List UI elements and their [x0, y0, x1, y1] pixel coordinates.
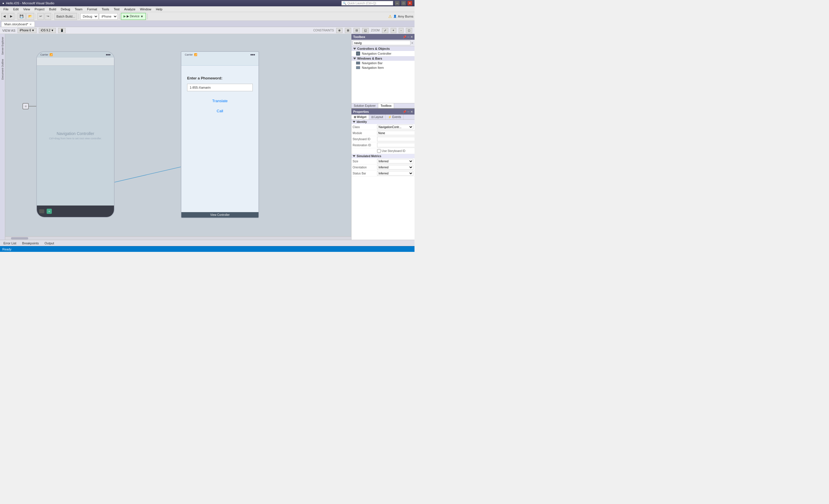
vc-carrier-text: Carrier — [185, 53, 193, 56]
menu-help[interactable]: Help — [153, 6, 165, 12]
zoom-in-button[interactable]: + — [391, 28, 396, 33]
orientation-dropdown[interactable]: Inferred — [377, 165, 413, 170]
menu-edit[interactable]: Edit — [11, 6, 21, 12]
menu-format[interactable]: Format — [85, 6, 99, 12]
controllers-objects-section[interactable]: Controllers & Objects — [352, 46, 414, 51]
iphone-selector[interactable]: iPhone 6 ▼ — [17, 28, 36, 33]
carrier-text: Carrier — [40, 53, 48, 56]
canvas-area[interactable]: ⊟ Carrier 📶 ■■■ Navigation Controller Ct… — [5, 34, 351, 240]
properties-section: Properties 📌 ─ ✕ ⊞ Widget ⊟ Layout — [352, 109, 414, 240]
module-input[interactable] — [377, 131, 414, 135]
use-storyboard-checkbox[interactable] — [377, 149, 381, 153]
config-dropdown[interactable]: Debug — [80, 13, 99, 20]
menu-view[interactable]: View — [21, 6, 33, 12]
windows-bars-section[interactable]: Windows & Bars — [352, 56, 414, 61]
events-tab[interactable]: ⚡ Events — [386, 114, 403, 119]
navigation-item-item[interactable]: Navigation Item — [352, 65, 414, 70]
prop-pin-button[interactable]: 📌 — [403, 110, 406, 113]
play-button[interactable]: ▶ ▶ Device ▼ — [121, 13, 146, 20]
nav-controller-status-bar: Carrier 📶 ■■■ — [37, 52, 114, 58]
toolbox-close-button[interactable]: ✕ — [410, 35, 413, 39]
redo-button[interactable]: ↪ — [45, 13, 51, 20]
toolbox-minimize-button[interactable]: ─ — [407, 35, 409, 39]
close-button[interactable]: ✕ — [407, 1, 412, 5]
right-container: Toolbox 📌 ─ ✕ ✕ Controllers & Objects — [351, 34, 414, 240]
restoration-id-input[interactable] — [377, 143, 414, 147]
prop-close-button[interactable]: ✕ — [410, 110, 413, 113]
search-box[interactable]: 🔍 Quick Launch (Ctrl+Q) — [341, 1, 393, 5]
toolbox-search-clear[interactable]: ✕ — [411, 41, 413, 45]
minimize-button[interactable]: ─ — [395, 1, 400, 5]
menu-window[interactable]: Window — [138, 6, 153, 12]
toolbox-tab-btn[interactable]: Toolbox — [378, 103, 394, 108]
status-bar-dropdown[interactable]: Inferred — [377, 171, 413, 176]
translate-button[interactable]: Translate — [181, 96, 258, 106]
maximize-button[interactable]: □ — [401, 1, 406, 5]
zoom-reset-button[interactable]: ◻ — [406, 28, 412, 33]
open-button[interactable]: 📂 — [26, 13, 34, 20]
identity-section-header[interactable]: Identity — [352, 120, 414, 124]
navigation-bar-item[interactable]: Navigation Bar — [352, 61, 414, 65]
main-storyboard-tab[interactable]: Main.storyboard* ✕ — [1, 21, 35, 27]
breakpoints-tab[interactable]: Breakpoints — [20, 241, 41, 246]
navigation-controller-item[interactable]: □ Navigation Controller — [352, 51, 414, 56]
widget-tab[interactable]: ⊞ Widget — [352, 114, 369, 119]
class-label: Class — [353, 125, 377, 129]
storyboard-id-row: Storyboard ID — [352, 136, 414, 142]
bottom-tabs: Error List Breakpoints Output — [0, 240, 414, 246]
error-list-tab[interactable]: Error List — [1, 241, 19, 246]
phoneword-input[interactable] — [187, 84, 253, 91]
svg-line-0 — [115, 166, 183, 182]
batch-build-button[interactable]: Batch Build... — [55, 13, 77, 20]
phoneword-label: Enter a Phoneword: — [187, 76, 253, 80]
menu-project[interactable]: Project — [32, 6, 47, 12]
ios-selector[interactable]: iOS 9.2 ▼ — [39, 28, 56, 33]
menu-debug[interactable]: Debug — [59, 6, 72, 12]
solution-explorer-tab[interactable]: Solution Explorer — [352, 103, 378, 108]
layout-tab[interactable]: ⊟ Layout — [369, 114, 386, 119]
size-dropdown[interactable]: Inferred — [377, 159, 413, 164]
undo-button[interactable]: ↩ — [37, 13, 44, 20]
menu-tools[interactable]: Tools — [99, 6, 111, 12]
vc-status-bar: Carrier 📶 ■■■ — [181, 52, 258, 58]
layout-icon: ⊟ — [371, 115, 374, 118]
constraints-btn-1[interactable]: ⊕ — [336, 28, 343, 33]
server-explorer-tab[interactable]: Server Explorer — [1, 35, 5, 57]
menu-build[interactable]: Build — [47, 6, 59, 12]
chevron-down-icon-2: ▼ — [51, 29, 54, 32]
device-orientation-button[interactable]: 📱 — [58, 28, 66, 33]
back-button[interactable]: ◀ — [1, 13, 7, 20]
toolbar-separator-5 — [119, 13, 119, 19]
menu-test[interactable]: Test — [111, 6, 122, 12]
toolbox-search-input[interactable] — [353, 41, 410, 45]
zoom-fit-button[interactable]: ⤢ — [382, 28, 388, 33]
device-dropdown[interactable]: iPhone — [99, 13, 118, 20]
save-button[interactable]: 💾 — [17, 13, 26, 20]
tab-close-button[interactable]: ✕ — [29, 23, 32, 26]
simulated-metrics-header[interactable]: Simulated Metrics — [352, 154, 414, 158]
menu-file[interactable]: File — [1, 6, 11, 12]
class-dropdown[interactable]: NavigationContr... — [377, 124, 413, 129]
vc-nav-bar — [181, 58, 258, 66]
scroll-thumb[interactable] — [11, 237, 28, 240]
toolbox-pin-button[interactable]: 📌 — [403, 35, 406, 39]
horizontal-scrollbar[interactable] — [5, 236, 351, 240]
view-controller-mockup[interactable]: Carrier 📶 ■■■ Enter a Phoneword: Transla… — [181, 51, 259, 218]
constraints-btn-3[interactable]: ⊟ — [354, 28, 360, 33]
constraints-btn-4[interactable]: ◱ — [362, 28, 369, 33]
storyboard-id-input[interactable] — [377, 137, 414, 141]
zoom-out-button[interactable]: - — [399, 28, 403, 33]
document-outline-tab[interactable]: Document Outline — [1, 57, 5, 81]
toolbox-panel-controls: 📌 ─ ✕ — [403, 35, 413, 39]
prop-minimize-button[interactable]: ─ — [407, 110, 409, 113]
navigation-controller-mockup[interactable]: Carrier 📶 ■■■ Navigation Controller Ctrl… — [36, 51, 115, 218]
output-tab[interactable]: Output — [42, 241, 57, 246]
constraints-btn-2[interactable]: ⊞ — [345, 28, 351, 33]
toolbox-content: Controllers & Objects □ Navigation Contr… — [352, 46, 414, 103]
call-button[interactable]: Call — [181, 106, 258, 116]
menu-team[interactable]: Team — [73, 6, 85, 12]
nav-item-icon — [356, 66, 360, 69]
properties-tabs: ⊞ Widget ⊟ Layout ⚡ Events — [352, 114, 414, 120]
forward-button[interactable]: ▶ — [8, 13, 14, 20]
menu-analyze[interactable]: Analyze — [122, 6, 138, 12]
